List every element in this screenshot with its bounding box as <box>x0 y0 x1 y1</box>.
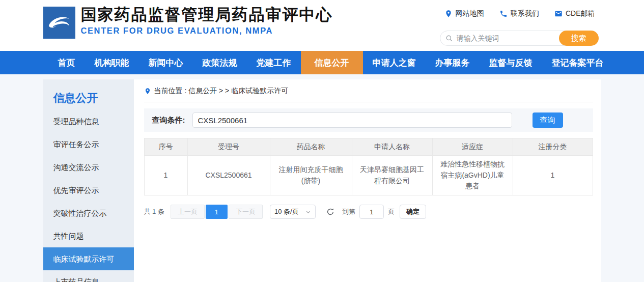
nav-item-news[interactable]: 新闻中心 <box>139 51 193 74</box>
query-label: 查询条件: <box>152 116 185 125</box>
nav-item-registration-platform[interactable]: 登记备案平台 <box>542 51 613 74</box>
sidebar-item-clinical-trial-implied-license[interactable]: 临床试验默示许可 <box>43 247 134 270</box>
header-search: 搜索 <box>440 31 595 46</box>
query-input[interactable] <box>192 112 512 128</box>
goto-prefix: 到第 <box>342 207 355 216</box>
pagination-total: 共 1 条 <box>144 207 164 216</box>
sidebar-item-marketed-drugs[interactable]: 上市药品信息 <box>43 270 134 282</box>
breadcrumb: 当前位置 : 信息公开 > > 临床试验默示许可 <box>144 87 593 102</box>
cell-applicant: 天津昂赛细胞基因工程有限公司 <box>352 156 432 195</box>
sidebar-item-communication[interactable]: 沟通交流公示 <box>43 156 134 179</box>
nav-item-info-disclosure[interactable]: 信息公开 <box>301 51 363 74</box>
nav-item-party-building[interactable]: 党建工作 <box>247 51 301 74</box>
search-icon <box>445 35 453 42</box>
sitemap-label: 网站地图 <box>456 9 484 18</box>
nav-item-supervision-feedback[interactable]: 监督与反馈 <box>480 51 542 74</box>
cde-logo <box>43 7 75 39</box>
page-size-value: 10 条/页 <box>274 207 299 216</box>
goto-suffix: 页 <box>388 207 395 216</box>
goto-page-input[interactable] <box>359 205 384 219</box>
col-header-registration-class: 注册分类 <box>513 138 593 156</box>
query-button[interactable]: 查询 <box>533 112 563 128</box>
cde-logo-icon <box>43 7 75 39</box>
goto-confirm-button[interactable]: 确定 <box>400 205 426 219</box>
header-search-button[interactable]: 搜索 <box>559 31 599 46</box>
col-header-indication: 适应症 <box>432 138 513 156</box>
pagination: 共 1 条 上一页 1 下一页 10 条/页 到第 页 确定 <box>144 205 593 219</box>
chevron-down-icon <box>305 209 311 215</box>
cell-indication: 难治性急性移植物抗宿主病(aGvHD)儿童患者 <box>432 156 513 195</box>
cde-mail-label: CDE邮箱 <box>566 9 595 18</box>
table-row: 1 CXSL2500661 注射用间充质干细胞(脐带) 天津昂赛细胞基因工程有限… <box>144 156 593 195</box>
col-header-acceptance-no: 受理号 <box>187 138 270 156</box>
sidebar-item-review-tasks[interactable]: 审评任务公示 <box>43 133 134 156</box>
sidebar: 信息公开 受理品种信息 审评任务公示 沟通交流公示 优先审评公示 突破性治疗公示… <box>43 79 134 282</box>
location-pin-icon <box>444 10 453 18</box>
site-header: 国家药品监督管理局药品审评中心 CENTER FOR DRUG EVALUATI… <box>0 0 644 51</box>
cell-index: 1 <box>144 156 187 195</box>
site-subtitle: CENTER FOR DRUG EVALUATION, NMPA <box>81 26 333 36</box>
phone-icon <box>499 10 508 18</box>
envelope-icon <box>554 10 563 18</box>
cde-mail-link[interactable]: CDE邮箱 <box>554 9 595 18</box>
cell-acceptance-no: CXSL2500661 <box>187 156 270 195</box>
sitemap-link[interactable]: 网站地图 <box>444 9 484 18</box>
prev-page-button[interactable]: 上一页 <box>171 205 205 219</box>
breadcrumb-text: 当前位置 : 信息公开 > > 临床试验默示许可 <box>154 87 289 96</box>
next-page-button[interactable]: 下一页 <box>229 205 263 219</box>
location-pin-icon <box>144 87 151 95</box>
page-size-select[interactable]: 10 条/页 <box>270 205 316 219</box>
cell-drug-name: 注射用间充质干细胞(脐带) <box>270 156 352 195</box>
main-nav: 首页 机构职能 新闻中心 政策法规 党建工作 信息公开 申请人之窗 办事服务 监… <box>0 51 644 74</box>
query-bar: 查询条件: 查询 <box>144 108 593 132</box>
main-content: 当前位置 : 信息公开 > > 临床试验默示许可 查询条件: 查询 序号 受理号… <box>134 79 601 282</box>
nav-item-home[interactable]: 首页 <box>48 51 85 74</box>
header-quick-links: 网站地图 联系我们 CDE邮箱 <box>444 9 595 18</box>
col-header-applicant: 申请人名称 <box>352 138 432 156</box>
page-number-button[interactable]: 1 <box>206 205 228 219</box>
sidebar-title: 信息公开 <box>43 91 134 106</box>
sidebar-item-common-questions[interactable]: 共性问题 <box>43 224 134 247</box>
refresh-icon[interactable] <box>326 207 335 216</box>
contact-label: 联系我们 <box>511 9 539 18</box>
col-header-drug-name: 药品名称 <box>270 138 352 156</box>
contact-link[interactable]: 联系我们 <box>499 9 539 18</box>
nav-item-services[interactable]: 办事服务 <box>426 51 480 74</box>
sidebar-item-breakthrough-therapy[interactable]: 突破性治疗公示 <box>43 202 134 224</box>
col-header-index: 序号 <box>144 138 187 156</box>
site-title: 国家药品监督管理局药品审评中心 <box>81 5 333 24</box>
header-search-input[interactable] <box>457 34 555 42</box>
nav-item-policies[interactable]: 政策法规 <box>193 51 247 74</box>
results-table: 序号 受理号 药品名称 申请人名称 适应症 注册分类 1 CXSL2500661… <box>144 138 593 195</box>
cell-registration-class: 1 <box>513 156 593 195</box>
sidebar-item-priority-review[interactable]: 优先审评公示 <box>43 179 134 202</box>
sidebar-item-accepted-varieties[interactable]: 受理品种信息 <box>43 110 134 133</box>
nav-item-functions[interactable]: 机构职能 <box>85 51 139 74</box>
table-header-row: 序号 受理号 药品名称 申请人名称 适应症 注册分类 <box>144 138 593 156</box>
nav-item-applicant-window[interactable]: 申请人之窗 <box>363 51 426 74</box>
